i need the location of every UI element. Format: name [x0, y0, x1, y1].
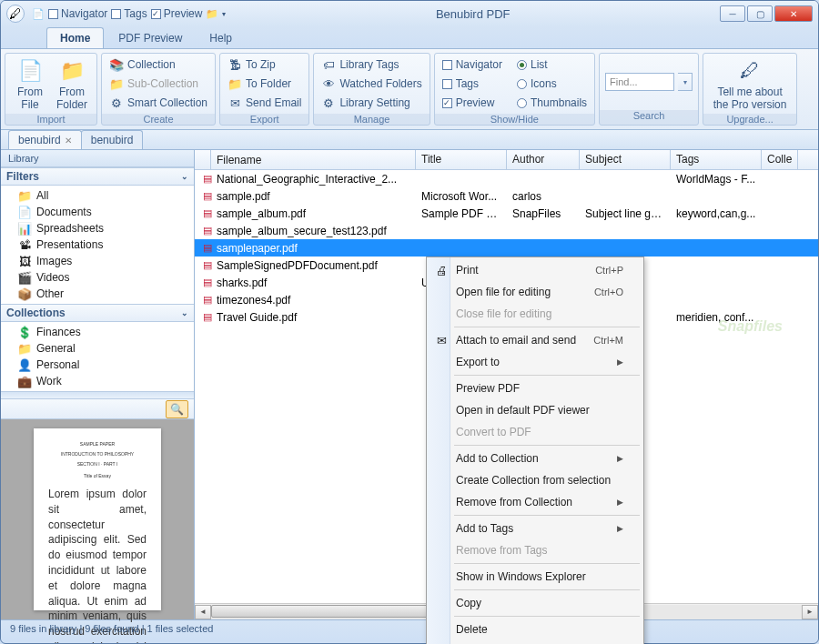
ctx-open[interactable]: Open file for editingCtrl+O	[429, 281, 642, 303]
navigator-checkbox[interactable]: Navigator	[440, 55, 504, 74]
splitter[interactable]	[1, 391, 194, 399]
collection-button[interactable]: 📚Collection	[107, 55, 209, 74]
filter-icon: 📦	[17, 287, 32, 301]
ctx-attach[interactable]: ✉Attach to email and sendCtrl+M	[429, 329, 642, 351]
file-row[interactable]: ▤sample_album_secure_test123.pdf	[195, 222, 818, 239]
col-subject[interactable]: Subject	[580, 150, 671, 169]
doctab-1[interactable]: benubird✕	[8, 130, 82, 149]
ctx-export[interactable]: Export to▶	[429, 351, 642, 373]
folder-icon: 📁	[228, 76, 242, 91]
library-tags-button[interactable]: 🏷Library Tags	[319, 55, 423, 74]
filters-header[interactable]: Filters⌄	[1, 167, 194, 186]
filter-videos[interactable]: 🎬Videos	[1, 269, 194, 286]
app-icon[interactable]: 🖊	[6, 5, 25, 23]
ribbon-group-upgrade: 🖊 Tell me about the Pro version Upgrade.…	[703, 53, 797, 126]
qat-tags[interactable]: Tags	[111, 7, 147, 20]
scroll-right-button[interactable]: ►	[802, 605, 818, 619]
qat-preview[interactable]: ✓Preview	[151, 7, 203, 20]
thumbnails-radio[interactable]: Thumbnails	[515, 94, 589, 112]
col-icon[interactable]	[195, 150, 211, 169]
qat-folder-icon[interactable]: 📁	[206, 8, 218, 20]
collection-icon: 💲	[17, 325, 32, 339]
preview-tool-icon[interactable]: 🔍	[166, 400, 188, 418]
send-email-button[interactable]: ✉Send Email	[226, 94, 303, 112]
collections-header[interactable]: Collections⌄	[1, 304, 194, 322]
close-icon[interactable]: ✕	[65, 136, 72, 146]
ctx-preview-pdf[interactable]: Preview PDF	[429, 377, 642, 399]
filter-spreadsheets[interactable]: 📊Spreadsheets	[1, 220, 194, 236]
zip-icon: 🗜	[228, 57, 242, 72]
filter-other[interactable]: 📦Other	[1, 286, 194, 302]
preview-checkbox[interactable]: ✓Preview	[440, 94, 504, 112]
ctx-close[interactable]: Close file for editing	[429, 303, 642, 325]
from-file-button[interactable]: 📄From File	[11, 55, 49, 112]
search-dropdown[interactable]: ▾	[678, 73, 693, 91]
ctx-rename[interactable]: Rename	[429, 640, 642, 644]
sub-collection-button[interactable]: 📁Sub-Collection	[107, 75, 209, 93]
minimize-button[interactable]: ─	[720, 5, 745, 22]
file-icon: 📄	[15, 56, 45, 86]
pdf-icon: ▤	[200, 189, 215, 204]
sidebar: Library Filters⌄ 📁All📄Documents📊Spreadsh…	[1, 150, 195, 619]
file-row[interactable]: ▤National_Geographic_Interactive_2...Wor…	[195, 170, 818, 187]
tab-pdf-preview[interactable]: PDF Preview	[106, 28, 195, 48]
checkbox-icon: ✓	[151, 9, 161, 19]
filter-all[interactable]: 📁All	[1, 187, 194, 204]
ctx-create-collection[interactable]: Create Collection from selection	[429, 469, 642, 491]
upgrade-button[interactable]: 🖊 Tell me about the Pro version	[709, 55, 791, 112]
tab-help[interactable]: Help	[197, 28, 245, 48]
file-row[interactable]: ▤sample.pdfMicrosoft Wor...carlos	[195, 187, 818, 205]
filter-presentations[interactable]: 📽Presentations	[1, 236, 194, 253]
tab-home[interactable]: Home	[46, 27, 104, 48]
icons-radio[interactable]: Icons	[515, 75, 589, 93]
ctx-convert[interactable]: Convert to PDF	[429, 421, 642, 443]
print-icon: 🖨	[434, 263, 449, 277]
to-zip-button[interactable]: 🗜To Zip	[226, 55, 303, 74]
file-row[interactable]: ▤samplepaper.pdf	[195, 239, 818, 257]
collection-finances[interactable]: 💲Finances	[1, 324, 194, 340]
list-radio[interactable]: List	[515, 55, 589, 74]
ctx-delete[interactable]: Delete	[429, 619, 642, 640]
email-icon: ✉	[228, 96, 242, 110]
ribbon-group-manage: 🏷Library Tags 👁Watched Folders ⚙Library …	[313, 53, 430, 126]
col-title[interactable]: Title	[416, 150, 507, 169]
collection-general[interactable]: 📁General	[1, 340, 194, 357]
filter-documents[interactable]: 📄Documents	[1, 204, 194, 220]
collection-icon: 📁	[17, 341, 32, 356]
doctab-2[interactable]: benubird	[81, 130, 144, 149]
library-setting-button[interactable]: ⚙Library Setting	[319, 94, 423, 112]
to-folder-button[interactable]: 📁To Folder	[226, 75, 303, 93]
chevron-icon: ⌄	[181, 172, 188, 181]
ctx-open-default[interactable]: Open in default PDF viewer	[429, 399, 642, 421]
preview-pane: SAMPLE PAPER INTRODUCTION TO PHILOSOPHY …	[1, 419, 194, 619]
search-input[interactable]: Find...	[605, 73, 674, 91]
col-collection[interactable]: Colle	[762, 150, 798, 169]
watched-folders-button[interactable]: 👁Watched Folders	[319, 75, 423, 93]
col-author[interactable]: Author	[507, 150, 580, 169]
ctx-copy[interactable]: Copy	[429, 592, 642, 614]
maximize-button[interactable]: ▢	[747, 5, 773, 22]
collection-personal[interactable]: 👤Personal	[1, 357, 194, 373]
qat-new-icon[interactable]: 📄	[32, 8, 45, 20]
ctx-remove-tags[interactable]: Remove from Tags	[429, 539, 642, 561]
col-filename[interactable]: Filename	[211, 150, 416, 169]
collection-icon: 📚	[109, 57, 124, 72]
ctx-print[interactable]: 🖨PrintCtrl+P	[429, 259, 642, 281]
smart-collection-button[interactable]: ⚙Smart Collection	[107, 94, 209, 112]
folder-icon: 📁	[57, 56, 86, 86]
ctx-remove-collection[interactable]: Remove from Collection▶	[429, 491, 642, 513]
qat-navigator[interactable]: Navigator	[48, 7, 107, 20]
filter-images[interactable]: 🖼Images	[1, 253, 194, 269]
document-tabs: benubird✕ benubird	[1, 130, 818, 150]
col-tags[interactable]: Tags	[671, 150, 762, 169]
ctx-show-explorer[interactable]: Show in Windows Explorer	[429, 566, 642, 588]
from-folder-button[interactable]: 📁From Folder	[53, 55, 91, 112]
close-button[interactable]: ✕	[774, 5, 813, 22]
ctx-add-tags[interactable]: Add to Tags▶	[429, 518, 642, 539]
ctx-add-collection[interactable]: Add to Collection▶	[429, 448, 642, 469]
scroll-left-button[interactable]: ◄	[195, 605, 211, 619]
tags-checkbox[interactable]: Tags	[440, 75, 504, 93]
pdf-icon: ▤	[200, 224, 215, 238]
file-row[interactable]: ▤sample_album.pdfSample PDF al...SnapFil…	[195, 205, 818, 222]
collection-work[interactable]: 💼Work	[1, 373, 194, 389]
